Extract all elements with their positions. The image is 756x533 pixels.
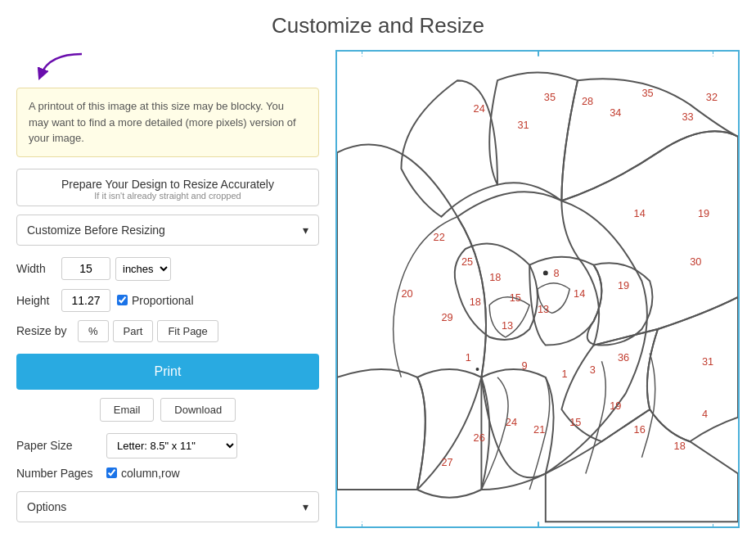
width-row: Width inches cm mm: [16, 257, 319, 281]
resize-fitpage-button[interactable]: Fit Page: [157, 320, 218, 342]
svg-point-24: [543, 270, 548, 275]
email-button[interactable]: Email: [100, 398, 155, 422]
svg-text:31: 31: [518, 119, 529, 131]
num-pages-wrap: column,row: [106, 467, 180, 480]
preview-inner: 32 33 35 34 28 35 31 24 19 30 14 19 14: [337, 52, 738, 526]
svg-point-25: [476, 368, 479, 371]
height-label: Height: [16, 294, 61, 307]
action-row: Email Download: [16, 398, 319, 422]
svg-text:35: 35: [544, 91, 556, 103]
left-panel: A printout of this image at this size ma…: [16, 50, 319, 522]
svg-text:29: 29: [441, 311, 452, 323]
svg-text:27: 27: [441, 456, 452, 468]
svg-text:25: 25: [461, 255, 473, 268]
svg-text:15: 15: [510, 291, 521, 304]
options-label: Options: [27, 500, 66, 513]
height-row: Height Proportional: [16, 289, 319, 312]
svg-text:14: 14: [574, 287, 585, 300]
number-pages-checkbox[interactable]: [106, 468, 117, 478]
proportional-wrap: Proportional: [117, 294, 194, 307]
main-layout: A printout of this image at this size ma…: [16, 50, 740, 528]
print-label: Print: [155, 364, 182, 378]
paper-size-row: Paper Size Letter: 8.5" x 11" A4 Legal: [16, 433, 319, 458]
customize-dropdown[interactable]: Customize Before Resizing ▾: [16, 215, 319, 246]
right-panel: 32 33 35 34 28 35 31 24 19 30 14 19 14: [335, 50, 740, 528]
resize-part-button[interactable]: Part: [113, 320, 154, 342]
preview-outer: 32 33 35 34 28 35 31 24 19 30 14 19 14: [335, 50, 740, 528]
arrow-icon: [25, 50, 90, 83]
proportional-label[interactable]: Proportional: [132, 294, 194, 307]
number-pages-row: Number Pages column,row: [16, 467, 319, 480]
svg-text:13: 13: [502, 319, 513, 332]
svg-text:31: 31: [702, 355, 713, 368]
number-pages-value[interactable]: column,row: [121, 467, 180, 480]
svg-text:15: 15: [569, 416, 581, 428]
pattern-svg: 32 33 35 34 28 35 31 24 19 30 14 19 14: [337, 52, 738, 526]
warning-text: A printout of this image at this size ma…: [29, 100, 296, 144]
customize-label: Customize Before Resizing: [27, 224, 165, 237]
page-wrapper: Customize and Resize A printout of this …: [0, 0, 756, 533]
prepare-sub-label: If it isn't already straight and cropped: [24, 191, 312, 201]
prepare-main-label: Prepare Your Design to Resize Accurately: [24, 178, 312, 191]
svg-text:33: 33: [682, 111, 693, 123]
svg-text:18: 18: [674, 440, 686, 452]
paper-size-label: Paper Size: [16, 439, 106, 452]
svg-text:16: 16: [634, 423, 646, 436]
svg-text:24: 24: [474, 102, 485, 115]
svg-text:1: 1: [466, 351, 471, 364]
width-input[interactable]: [61, 257, 110, 280]
svg-text:18: 18: [470, 296, 481, 308]
svg-text:14: 14: [634, 207, 646, 219]
warning-box: A printout of this image at this size ma…: [16, 88, 319, 157]
arrow-container: [16, 50, 319, 83]
svg-text:18: 18: [489, 271, 501, 283]
options-chevron-icon: ▾: [303, 500, 308, 513]
download-button[interactable]: Download: [160, 398, 236, 422]
prepare-button[interactable]: Prepare Your Design to Resize Accurately…: [16, 169, 319, 206]
svg-text:32: 32: [706, 91, 718, 103]
svg-text:20: 20: [401, 287, 412, 300]
svg-text:34: 34: [610, 106, 621, 119]
svg-text:21: 21: [533, 423, 545, 436]
unit-select[interactable]: inches cm mm: [115, 257, 171, 281]
resize-by-label: Resize by: [16, 324, 78, 337]
page-title: Customize and Resize: [16, 13, 740, 38]
svg-text:4: 4: [702, 408, 708, 420]
customize-chevron-icon: ▾: [303, 224, 308, 237]
options-dropdown[interactable]: Options ▾: [16, 491, 319, 522]
svg-text:9: 9: [521, 359, 527, 372]
svg-text:19: 19: [618, 279, 629, 291]
svg-text:36: 36: [618, 351, 629, 364]
svg-text:35: 35: [641, 87, 653, 99]
width-label: Width: [16, 262, 61, 275]
proportional-checkbox[interactable]: [117, 295, 128, 305]
resize-percent-button[interactable]: %: [78, 320, 109, 342]
svg-text:1: 1: [561, 368, 567, 380]
svg-text:26: 26: [474, 431, 485, 444]
svg-text:22: 22: [434, 231, 445, 243]
print-button[interactable]: Print: [16, 354, 319, 390]
resize-by-row: Resize by % Part Fit Page: [16, 320, 319, 342]
svg-text:30: 30: [690, 255, 701, 268]
paper-size-select[interactable]: Letter: 8.5" x 11" A4 Legal: [106, 433, 237, 458]
svg-text:19: 19: [698, 207, 709, 219]
svg-text:3: 3: [590, 364, 596, 376]
svg-text:13: 13: [538, 303, 549, 315]
height-input[interactable]: [61, 289, 110, 312]
svg-text:8: 8: [554, 267, 560, 279]
svg-text:19: 19: [610, 400, 621, 412]
number-pages-label: Number Pages: [16, 467, 106, 480]
svg-text:28: 28: [582, 95, 593, 107]
